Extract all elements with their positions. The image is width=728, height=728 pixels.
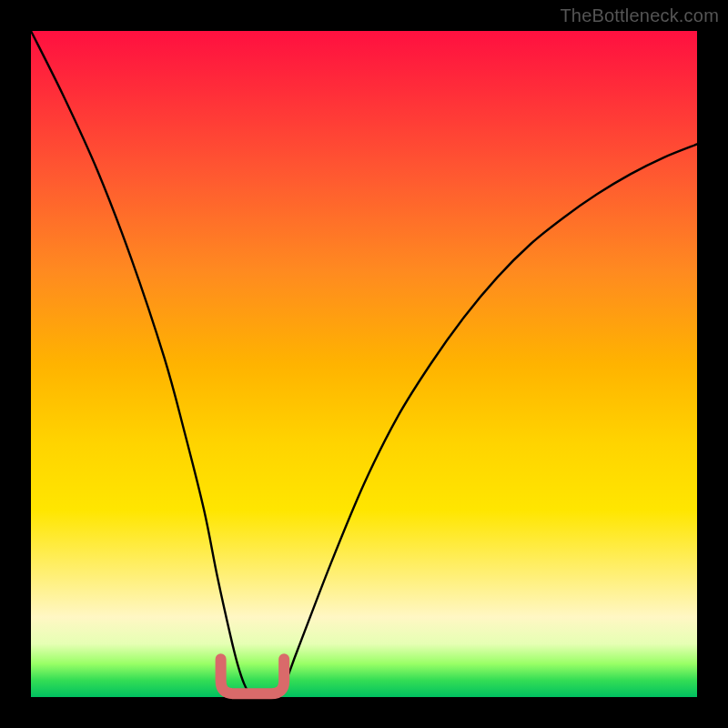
watermark-text: TheBottleneck.com — [560, 5, 719, 26]
curve-layer — [31, 31, 697, 697]
bottleneck-curve — [31, 31, 697, 696]
flat-region-marker — [221, 659, 285, 693]
chart-frame: TheBottleneck.com — [0, 0, 728, 728]
plot-area — [31, 31, 697, 697]
